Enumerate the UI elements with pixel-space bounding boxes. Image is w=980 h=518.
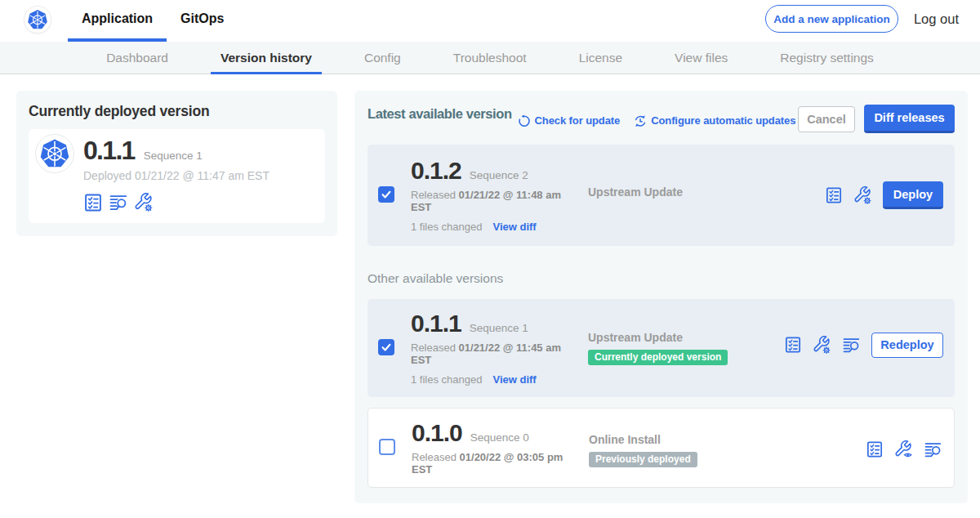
version-checkbox[interactable] (378, 339, 394, 355)
version-info-column: 0.1.0 Sequence 0 Released 01/20/22 @ 03:… (412, 421, 572, 476)
add-application-button[interactable]: Add a new application (765, 5, 898, 33)
released-prefix: Released (412, 451, 457, 463)
app-subnav: DashboardVersion historyConfigTroublesho… (0, 42, 980, 74)
version-number-line: 0.1.1 Sequence 1 (83, 137, 270, 164)
version-source-label: Upstream Update (588, 185, 825, 199)
deployed-version-actions (83, 193, 270, 212)
version-info-column: 0.1.2 Sequence 2 Released 01/21/22 @ 11:… (411, 159, 572, 233)
version-history-panel: Latest available version Check for updat… (354, 91, 968, 503)
logs-magnifier-icon[interactable] (924, 440, 942, 459)
configure-automatic-updates-link[interactable]: Configure automatic updates (633, 114, 795, 128)
app-logo-large (35, 134, 74, 173)
checklist-icon[interactable] (825, 186, 843, 204)
released-timestamp: Released 01/21/22 @ 11:48 am EST (411, 189, 572, 213)
version-number: 0.1.1 (411, 311, 461, 336)
checklist-icon[interactable] (866, 440, 884, 458)
top-bar: ApplicationGitOps Add a new application … (0, 0, 980, 42)
files-changed-label: 1 files changed (411, 373, 482, 386)
files-changed-label: 1 files changed (411, 221, 482, 233)
main-content: Currently deployed version 0.1.1 Sequenc… (0, 74, 980, 503)
version-info-column: 0.1.1 Sequence 1 Released 01/21/22 @ 11:… (411, 311, 572, 386)
sequence-label: Sequence 2 (470, 169, 528, 181)
currently-deployed-badge: Currently deployed version (588, 350, 728, 365)
check-for-update-link[interactable]: Check for update (517, 114, 621, 128)
sequence-label: Sequence 1 (470, 322, 528, 334)
released-timestamp: Released 01/21/22 @ 11:45 am EST (411, 342, 572, 366)
top-tab-gitops[interactable]: GitOps (167, 0, 238, 42)
topbar-right: Add a new application Log out (765, 0, 980, 40)
kubernetes-logo-icon (27, 9, 48, 30)
version-actions: Redeploy (784, 333, 943, 358)
files-changed-row: 1 files changed View diff (411, 221, 572, 233)
kubernetes-logo-icon (39, 138, 70, 169)
released-prefix: Released (411, 189, 456, 201)
view-diff-link[interactable]: View diff (492, 373, 536, 386)
version-number-line: 0.1.2 Sequence 2 (411, 159, 572, 183)
logs-magnifier-icon[interactable] (109, 193, 128, 212)
version-row-0.1.1: 0.1.1 Sequence 1 Released 01/21/22 @ 11:… (368, 299, 955, 397)
auto-update-clock-icon (633, 114, 648, 128)
version-middle-column: Upstream Update Currently deployed versi… (588, 331, 784, 365)
subnav-tab-version-history[interactable]: Version history (194, 42, 338, 74)
other-versions-heading: Other available versions (368, 272, 955, 285)
subnav-tab-config[interactable]: Config (338, 42, 427, 74)
version-source-label: Online Install (589, 433, 866, 446)
deployed-sequence-label: Sequence 1 (144, 150, 203, 162)
version-number: 0.1.2 (411, 159, 461, 183)
subnav-tab-registry-settings[interactable]: Registry settings (754, 42, 900, 74)
previously-deployed-badge: Previously deployed (589, 452, 697, 467)
view-diff-link[interactable]: View diff (492, 221, 536, 233)
checkmark-icon (381, 189, 392, 200)
subnav-tab-license[interactable]: License (553, 42, 648, 74)
cancel-button[interactable]: Cancel (798, 106, 855, 132)
subnav-tab-troubleshoot[interactable]: Troubleshoot (427, 42, 553, 74)
version-row-0.1.0: 0.1.0 Sequence 0 Released 01/20/22 @ 03:… (368, 408, 955, 488)
refresh-icon (517, 114, 532, 128)
checklist-icon[interactable] (784, 336, 802, 354)
version-number-line: 0.1.1 Sequence 1 (411, 311, 572, 336)
top-tabs: ApplicationGitOps (68, 0, 238, 42)
redeploy-button[interactable]: Redeploy (871, 333, 943, 358)
deploy-button[interactable]: Deploy (883, 181, 943, 209)
version-number-line: 0.1.0 Sequence 0 (412, 421, 572, 445)
version-checkbox[interactable] (379, 439, 395, 455)
deployed-version-card: 0.1.1 Sequence 1 Deployed 01/21/22 @ 11:… (29, 129, 325, 223)
subnav-tab-dashboard[interactable]: Dashboard (80, 42, 194, 74)
subnav-tab-view-files[interactable]: View files (648, 42, 754, 74)
panel-header: Latest available version Check for updat… (368, 104, 955, 134)
latest-available-title: Latest available version (368, 106, 512, 122)
version-source-label: Upstream Update (588, 331, 784, 344)
version-actions (866, 440, 942, 459)
sequence-label: Sequence 0 (470, 431, 529, 444)
released-prefix: Released (411, 342, 456, 354)
version-middle-column: Online Install Previously deployed (589, 433, 866, 467)
files-changed-row: 1 files changed View diff (411, 373, 572, 386)
currently-deployed-card: Currently deployed version 0.1.1 Sequenc… (16, 91, 337, 236)
wrench-gear-icon[interactable] (813, 336, 831, 355)
wrench-gear-icon[interactable] (134, 193, 154, 212)
configure-automatic-updates-label: Configure automatic updates (651, 114, 795, 127)
diff-releases-button[interactable]: Diff releases (864, 105, 955, 133)
logout-link[interactable]: Log out (914, 11, 959, 27)
app-logo (24, 6, 51, 33)
logs-magnifier-icon[interactable] (842, 336, 861, 355)
checklist-icon[interactable] (83, 193, 103, 212)
version-middle-column: Upstream Update (588, 185, 825, 199)
currently-deployed-title: Currently deployed version (29, 103, 325, 120)
released-timestamp: Released 01/20/22 @ 03:05 pm EST (412, 451, 572, 476)
deployed-version-number: 0.1.1 (83, 137, 135, 164)
deployed-timestamp: Deployed 01/21/22 @ 11:47 am EST (83, 169, 270, 182)
version-checkbox[interactable] (378, 186, 394, 203)
version-row-0.1.2: 0.1.2 Sequence 2 Released 01/21/22 @ 11:… (368, 145, 955, 246)
version-number: 0.1.0 (412, 421, 462, 445)
top-tab-application[interactable]: Application (68, 0, 167, 42)
wrench-gear-icon[interactable] (853, 186, 872, 205)
version-actions: Deploy (825, 181, 943, 209)
wrench-eye-icon[interactable] (894, 440, 913, 459)
deployed-version-info: 0.1.1 Sequence 1 Deployed 01/21/22 @ 11:… (83, 134, 270, 212)
checkmark-icon (381, 342, 392, 353)
check-for-update-label: Check for update (535, 114, 621, 127)
